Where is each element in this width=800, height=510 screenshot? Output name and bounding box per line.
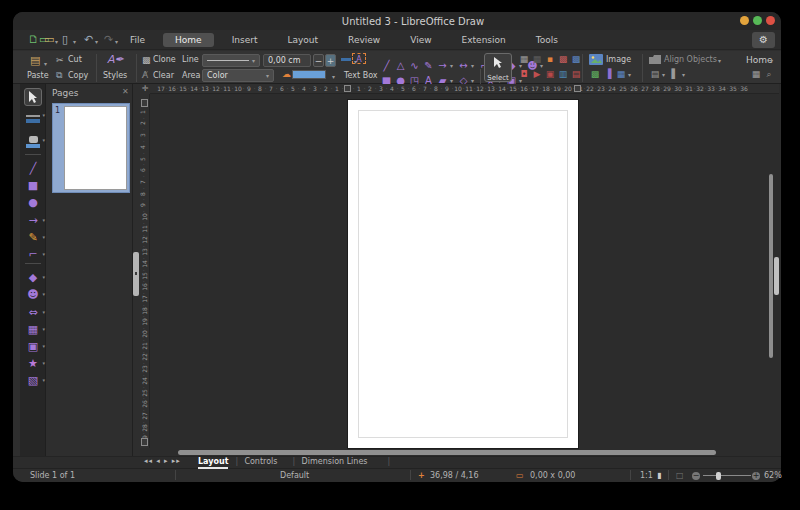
horizontal-scrollbar[interactable]	[178, 450, 716, 455]
clear-button[interactable]: Clear	[153, 71, 174, 80]
gear-icon[interactable]: ⚙	[752, 32, 775, 48]
ruler-margin-marker-top[interactable]	[141, 99, 148, 107]
paste-dropdown-arrow[interactable]: ▾	[44, 60, 47, 67]
shape-diamond-dropdown-arrow[interactable]: ▾	[471, 77, 477, 84]
align-objects-button[interactable]: Align Objects	[664, 55, 717, 64]
double-arrow-dropdown-arrow[interactable]: ▾	[471, 62, 477, 69]
undo-icon[interactable]: ↶	[84, 34, 93, 46]
tab-home[interactable]: Home	[163, 33, 214, 47]
line-width-decrease-button[interactable]: −	[313, 54, 324, 67]
arrange-icon[interactable]: ▤	[649, 69, 661, 80]
show-draw-functions-icon[interactable]: ▩	[557, 54, 569, 65]
presentation-icon[interactable]: ▥	[557, 69, 569, 80]
align-dropdown-arrow[interactable]: ▾	[718, 57, 721, 64]
basic-shapes-icon[interactable]: ◆▾	[20, 271, 46, 285]
open-folder-icon[interactable]: ▭	[44, 34, 54, 46]
styles-icon[interactable]: A✒	[107, 54, 124, 66]
fill-type-combobox[interactable]: Color▾	[202, 69, 274, 82]
stars-banners-icon[interactable]: ★▾	[20, 357, 46, 371]
ruler-margin-marker-left[interactable]	[344, 85, 351, 92]
line-color-swatch[interactable]	[340, 57, 352, 62]
callouts-dropdown-arrow[interactable]: ▾	[42, 339, 45, 353]
select-button[interactable]: Select	[484, 53, 512, 82]
text-box-icon[interactable]: A	[352, 53, 366, 64]
text-box-button[interactable]: Text Box	[344, 71, 378, 80]
line-color-icon[interactable]: ▾	[20, 112, 46, 123]
block-arrows-dropdown-arrow[interactable]: ▾	[42, 305, 45, 319]
snap-to-grid-icon[interactable]: ▦	[531, 54, 543, 65]
flowchart-icon[interactable]: ▦▾	[20, 323, 46, 337]
tab-layout[interactable]: Layout	[275, 33, 330, 47]
fill-color-dropdown-arrow[interactable]: ▾	[332, 73, 335, 80]
distribution-icon[interactable]: ▌	[669, 69, 681, 80]
insert-media-icon[interactable]: ▩	[570, 54, 582, 65]
vertical-ruler[interactable]: 1·2·3·4·5·6·7·8·9·10·11·12·13·14·15·16·1…	[140, 94, 150, 448]
paste-button[interactable]: Paste	[27, 71, 49, 80]
line-color-dropdown-arrow[interactable]: ▾	[42, 108, 45, 122]
block-arrows-icon[interactable]: ⇔▾	[20, 306, 46, 320]
tab-review[interactable]: Review	[336, 33, 392, 47]
select-tool-icon[interactable]	[24, 88, 42, 106]
gallery-icon[interactable]: ▦	[615, 69, 627, 80]
bottom-tab-controls[interactable]: Controls	[244, 457, 277, 466]
line-width-input[interactable]: 0,00 cm	[263, 54, 311, 67]
clear-formatting-icon[interactable]: A̸	[142, 69, 148, 81]
page-thumbnail[interactable]	[64, 106, 127, 190]
zoom-search-icon[interactable]: ⌕	[763, 69, 775, 80]
align-folder-icon[interactable]	[649, 55, 661, 64]
fill-color-dropdown-arrow[interactable]: ▾	[42, 133, 45, 147]
panel-splitter-handle[interactable]	[133, 252, 139, 296]
home-dropdown-arrow[interactable]: ▾	[770, 57, 773, 64]
copy-icon[interactable]: ⧉	[56, 69, 62, 81]
image-icon[interactable]	[589, 54, 603, 65]
connectors-icon[interactable]: ⌐▾	[20, 248, 46, 262]
cut-button[interactable]: Cut	[68, 55, 82, 64]
symbol-shapes-dropdown-arrow[interactable]: ▾	[42, 287, 45, 301]
ellipse-icon[interactable]: ●	[20, 196, 46, 210]
callouts-icon[interactable]: ▣▾	[20, 340, 46, 354]
scale-indicator[interactable]: 1:1	[640, 471, 653, 480]
insert-image-icon[interactable]: ▩	[589, 69, 601, 80]
snap-guides-icon[interactable]: ▣	[544, 69, 556, 80]
close-button[interactable]	[766, 16, 775, 25]
tab-view[interactable]: View	[398, 33, 443, 47]
gallery-dropdown-arrow[interactable]: ▾	[628, 71, 634, 78]
clone-button[interactable]: Clone	[153, 55, 176, 64]
page-style[interactable]: Default	[280, 471, 309, 480]
glue-point-insert-icon[interactable]: ▶	[531, 69, 543, 80]
clone-formatting-icon[interactable]: ▩	[142, 54, 151, 66]
insert-chart-icon[interactable]: ▐	[602, 69, 614, 80]
vertical-scrollbar[interactable]	[769, 174, 773, 358]
helplines-while-moving-icon[interactable]: ▪	[544, 54, 556, 65]
zoom-fit-icon[interactable]: □	[676, 471, 684, 480]
insert-line-icon[interactable]: ╱	[20, 162, 46, 176]
arrange-dropdown-arrow[interactable]: ▾	[662, 71, 668, 78]
display-grid-icon[interactable]: ▦	[518, 54, 530, 65]
basic-shapes-dropdown-arrow[interactable]: ▾	[42, 270, 45, 284]
open-dropdown-arrow[interactable]: ▾	[55, 38, 58, 45]
styles-button[interactable]: Styles	[103, 71, 127, 80]
horizontal-ruler[interactable]: 17·16·15·14·13·12·11·10·9·8·7·6·5·4·3·2·…	[150, 84, 779, 94]
lines-and-arrows-dropdown-arrow[interactable]: ▾	[42, 213, 45, 227]
shape-square-dropdown-arrow[interactable]: ▾	[450, 77, 456, 84]
home-dropdown[interactable]: Home	[746, 55, 773, 65]
minimize-button[interactable]	[740, 16, 749, 25]
line-style-combobox[interactable]: ▾	[202, 54, 260, 67]
3d-objects-dropdown-arrow[interactable]: ▾	[42, 373, 45, 387]
copy-button[interactable]: Copy	[68, 71, 88, 80]
maximize-button[interactable]	[753, 16, 762, 25]
fill-color-icon[interactable]: ▾	[20, 134, 46, 148]
lines-and-arrows-icon[interactable]: →▾	[20, 214, 46, 228]
redo-icon[interactable]: ↷	[104, 34, 113, 46]
line-width-increase-button[interactable]: +	[325, 54, 336, 67]
save-icon[interactable]: ▯	[62, 34, 68, 46]
zoom-slider-track[interactable]	[703, 475, 751, 476]
grid-view-icon[interactable]: ▦	[750, 69, 762, 80]
paste-icon[interactable]: ▤	[30, 55, 40, 67]
line-ends-arrow-dropdown-arrow[interactable]: ▾	[450, 62, 456, 69]
flowchart-dropdown-arrow[interactable]: ▾	[42, 322, 45, 336]
zoom-out-button[interactable]: −	[692, 472, 700, 480]
distribution-dropdown-arrow[interactable]: ▾	[682, 71, 688, 78]
fill-color-swatch[interactable]	[292, 70, 326, 79]
bottom-tab-layout[interactable]: Layout	[198, 457, 228, 469]
